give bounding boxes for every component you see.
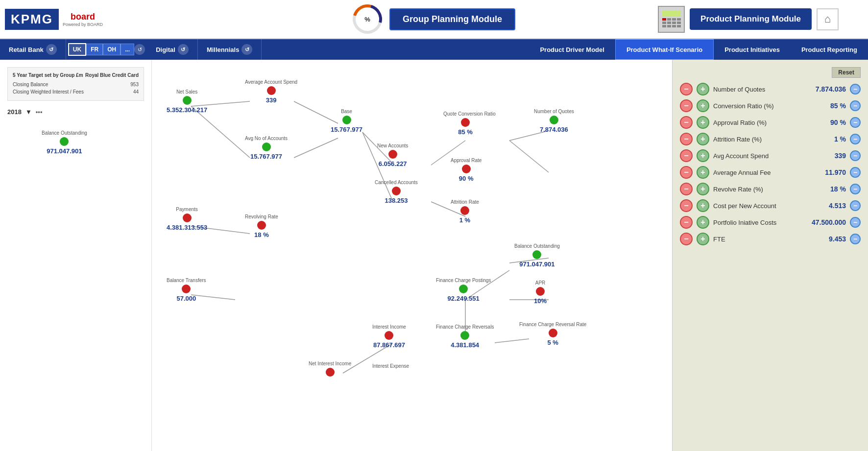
ctrl-plus-5[interactable]: + — [697, 166, 709, 179]
ctrl-plus-0[interactable]: + — [697, 83, 709, 95]
main-content: 5 Year Target set by Group £m Royal Blue… — [0, 60, 868, 451]
flow-svg — [152, 60, 672, 451]
calculator-icon — [658, 6, 685, 33]
product-planning-button[interactable]: Product Planning Module — [690, 8, 812, 30]
ctrl-plus-2[interactable]: + — [697, 116, 709, 129]
ctrl-label-3: Attrition Rate (%) — [713, 136, 808, 143]
ctrl-decrease-6[interactable]: − — [850, 184, 861, 194]
reset-button[interactable]: Reset — [832, 67, 861, 78]
ctrl-label-5: Average Annual Fee — [713, 169, 808, 176]
year-selector: 2018 ▼ ••• — [7, 108, 144, 116]
board-text: board — [71, 12, 95, 22]
finance-charge-reversal-rate-node: Finance Charge Reversal Rate 5 % — [519, 322, 586, 346]
seg-uk[interactable]: UK — [68, 43, 86, 56]
segment-refresh-icon[interactable]: ↺ — [134, 44, 145, 55]
ctrl-plus-4[interactable]: + — [697, 149, 709, 162]
ctrl-label-4: Avg Account Spend — [713, 152, 808, 160]
nav-digital[interactable]: Digital ↺ — [147, 39, 198, 60]
left-panel: 5 Year Target set by Group £m Royal Blue… — [0, 60, 152, 451]
ctrl-minus-9[interactable]: − — [680, 233, 693, 245]
seg-dots[interactable]: ... — [121, 44, 134, 55]
ctrl-label-7: Cost per New Account — [713, 202, 808, 210]
balance-outstanding-left: Balance Outstanding 971.047.901 — [42, 130, 87, 155]
ctrl-plus-3[interactable]: + — [697, 133, 709, 145]
ctrl-decrease-4[interactable]: − — [850, 150, 861, 161]
ctrl-decrease-9[interactable]: − — [850, 234, 861, 244]
ctrl-value-2: 90 % — [812, 119, 846, 126]
apr-dot — [536, 287, 545, 296]
ctrl-minus-3[interactable]: − — [680, 133, 693, 145]
new-accounts-dot — [388, 150, 397, 159]
balance-transfers-dot — [182, 285, 191, 293]
avg-no-accounts-dot — [262, 142, 271, 151]
nav-millennials[interactable]: Millennials ↺ — [198, 39, 262, 60]
approval-rate-node: Approval Rate 90 % — [451, 158, 482, 182]
ctrl-minus-6[interactable]: − — [680, 183, 693, 195]
nav-product-reporting[interactable]: Product Reporting — [791, 39, 868, 60]
info-card: 5 Year Target set by Group £m Royal Blue… — [7, 67, 144, 101]
ctrl-plus-7[interactable]: + — [697, 199, 709, 212]
board-logo: board Powered by BOARD — [63, 12, 103, 27]
seg-oh[interactable]: OH — [103, 44, 121, 55]
new-accounts-node: New Accounts 6.056.227 — [377, 143, 408, 167]
nav-right: Product Driver Model Product What-If Sce… — [529, 39, 868, 60]
ctrl-decrease-2[interactable]: − — [850, 117, 861, 128]
payments-dot — [183, 214, 192, 222]
year-dots[interactable]: ••• — [36, 108, 43, 116]
quote-conversion-node: Quote Conversion Ratio 85 % — [443, 111, 487, 136]
ctrl-minus-2[interactable]: − — [680, 116, 693, 129]
svg-line-1 — [191, 106, 250, 158]
nav-product-what-if[interactable]: Product What-If Scenario — [615, 39, 714, 60]
ctrl-label-1: Conversion Ratio (%) — [713, 102, 808, 110]
ctrl-value-0: 7.874.036 — [812, 85, 846, 93]
ctrl-minus-5[interactable]: − — [680, 166, 693, 179]
approval-rate-dot — [462, 165, 471, 173]
ctrl-minus-1[interactable]: − — [680, 99, 693, 112]
ctrl-decrease-7[interactable]: − — [850, 200, 861, 211]
percent-circle: % — [347, 0, 387, 39]
retail-bank-refresh-icon[interactable]: ↺ — [46, 44, 57, 55]
digital-refresh-icon[interactable]: ↺ — [178, 44, 189, 55]
ctrl-decrease-3[interactable]: − — [850, 134, 861, 144]
header: KPMG board Powered by BOARD % Group Plan… — [0, 0, 868, 39]
revolving-rate-dot — [257, 221, 266, 230]
nav-product-initiatives[interactable]: Product Initiatives — [714, 39, 791, 60]
right-panel: Reset − + Number of Quotes 7.874.036 − −… — [672, 60, 868, 451]
millennials-refresh-icon[interactable]: ↺ — [241, 44, 252, 55]
ctrl-decrease-8[interactable]: − — [850, 217, 861, 228]
apr-node: APR 10% — [534, 280, 547, 305]
nav-retail-bank[interactable]: Retail Bank ↺ — [0, 39, 66, 60]
ctrl-plus-1[interactable]: + — [697, 99, 709, 112]
ctrl-minus-7[interactable]: − — [680, 199, 693, 212]
ctrl-value-3: 1 % — [812, 135, 846, 143]
control-row-8: − + Portfolio Iniative Costs 47.500.000 … — [680, 216, 861, 229]
center-module: % Group Planning Module — [353, 4, 515, 34]
ctrl-value-9: 9.453 — [812, 235, 846, 243]
avg-account-spend-dot — [267, 86, 276, 95]
ctrl-label-8: Portfolio Iniative Costs — [713, 219, 808, 226]
ctrl-value-6: 18 % — [812, 185, 846, 193]
right-header: Product Planning Module ⌂ — [658, 6, 839, 33]
seg-fr[interactable]: FR — [86, 44, 103, 55]
ctrl-minus-0[interactable]: − — [680, 83, 693, 95]
home-icon[interactable]: ⌂ — [817, 8, 839, 30]
svg-line-3 — [294, 138, 338, 158]
ctrl-value-1: 85 % — [812, 102, 846, 110]
ctrl-minus-8[interactable]: − — [680, 216, 693, 229]
nav-product-driver-model[interactable]: Product Driver Model — [529, 39, 615, 60]
year-dropdown[interactable]: ▼ — [25, 108, 32, 116]
ctrl-plus-8[interactable]: + — [697, 216, 709, 229]
ctrl-minus-4[interactable]: − — [680, 149, 693, 162]
closing-balance-row: Closing Balance 953 — [13, 81, 139, 88]
finance-charge-reversals-node: Finance Charge Reversals 4.381.854 — [436, 324, 494, 349]
ctrl-decrease-0[interactable]: − — [850, 84, 861, 95]
ctrl-decrease-5[interactable]: − — [850, 167, 861, 178]
cancelled-accounts-dot — [392, 187, 401, 195]
board-subtitle: Powered by BOARD — [63, 22, 103, 27]
interest-income-node: Interest Income 87.867.697 — [372, 324, 406, 349]
ctrl-plus-9[interactable]: + — [697, 233, 709, 245]
ctrl-decrease-1[interactable]: − — [850, 100, 861, 111]
ctrl-plus-6[interactable]: + — [697, 183, 709, 195]
number-of-quotes-dot — [550, 116, 558, 124]
group-planning-button[interactable]: Group Planning Module — [389, 8, 515, 30]
